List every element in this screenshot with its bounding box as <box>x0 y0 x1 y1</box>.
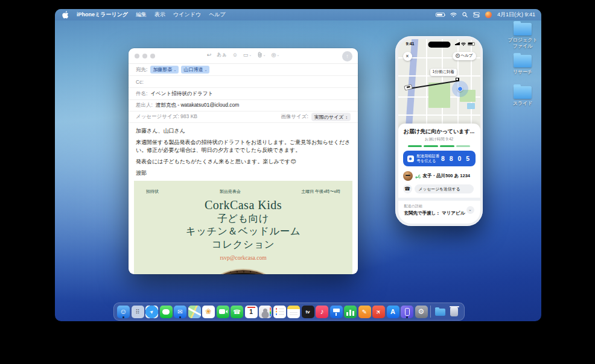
subject-value: イベント招待状のドラフト <box>150 90 213 98</box>
zoom-window-button[interactable] <box>150 54 155 58</box>
dock-launchpad-icon[interactable]: ⠿ <box>132 306 144 318</box>
to-label: 宛先: <box>136 66 147 74</box>
close-button[interactable]: × <box>403 52 412 61</box>
dock-trash-icon[interactable] <box>448 306 460 318</box>
invitation-card-attachment: 招待状 製品発表会 土曜日 午後4時〜6時 CorkCasa Kids 子ども向… <box>134 181 352 274</box>
dock-contacts-icon[interactable] <box>259 306 272 318</box>
iphone-mirroring-window: 9:41 <box>395 36 483 226</box>
dock-mail-icon[interactable]: ✉ <box>174 306 186 318</box>
driver-avatar <box>403 171 413 181</box>
delivery-code-button[interactable]: ✱ 配達用暗証番号を伝える 8 8 0 5 <box>403 151 476 166</box>
help-button[interactable]: ? ヘルプ <box>453 52 476 60</box>
dock-music-icon[interactable]: ♪ <box>316 306 328 318</box>
message-body[interactable]: 加藤さん、山口さん 来週開催する製品発表会の招待状のドラフトをお送りします。ご意… <box>129 123 358 177</box>
dock-messages-icon[interactable] <box>160 306 173 318</box>
user-avatar-icon[interactable] <box>485 11 492 18</box>
body-signature: 渡部 <box>136 169 351 177</box>
close-window-button[interactable] <box>135 54 139 58</box>
send-message-field[interactable]: メッセージを送信する <box>415 184 474 193</box>
dock-photos-icon[interactable]: ❀ <box>202 306 215 318</box>
dock-divider <box>430 306 431 318</box>
invite-title-line: キッチン＆ベッドルーム <box>134 225 352 238</box>
battery-icon <box>468 42 475 46</box>
menu-view[interactable]: 表示 <box>154 11 165 19</box>
minimize-window-button[interactable] <box>142 54 147 58</box>
current-location-dot <box>457 86 463 92</box>
dock-notes-icon[interactable] <box>287 306 300 318</box>
dynamic-island <box>428 42 450 48</box>
driver-row[interactable]: 友子・品川500 あ 1234 <box>403 171 476 181</box>
delivery-bottom-sheet: お届け先に向かっています... お届け時間 9:42 ✱ 配達用暗証番号を伝える… <box>398 124 480 224</box>
contact-insert-button[interactable]: ◎⌄ <box>271 52 279 58</box>
control-center-icon[interactable] <box>473 12 480 17</box>
dock-app-store-icon[interactable]: A <box>387 306 399 318</box>
from-field[interactable]: 差出人: 渡部克也 - watakatsu01@icloud.com <box>129 100 358 111</box>
desktop-folder-slides[interactable]: スライド <box>503 86 541 107</box>
dock-rocket-app-icon[interactable]: ✈ <box>372 306 385 318</box>
dock-reminders-icon[interactable] <box>273 306 286 318</box>
menu-app-name[interactable]: iPhoneミラーリング <box>77 11 128 19</box>
driver-name-plate: 友子・品川500 あ 1234 <box>423 173 471 179</box>
code-shield-icon: ✱ <box>407 155 414 162</box>
delivery-eta-text: お届け時間 9:42 <box>403 137 476 142</box>
image-size-dropdown[interactable]: 実際のサイズ ↕ <box>311 113 351 121</box>
map-street <box>398 115 480 116</box>
dock-finder-icon[interactable]: ☺ <box>117 306 130 318</box>
attach-file-button[interactable]: ⌄ <box>257 52 266 58</box>
menu-window[interactable]: ウインドウ <box>173 11 201 19</box>
desktop-stage: iPhoneミラーリング 編集 表示 ウインドウ ヘルプ 4月1日(火) 9:4… <box>0 0 595 364</box>
spotlight-search-icon[interactable] <box>462 12 468 17</box>
call-driver-button[interactable]: ☎ <box>403 184 412 193</box>
dock-keynote-icon[interactable] <box>330 306 343 318</box>
dock-facetime-icon[interactable] <box>217 306 229 318</box>
send-mail-button[interactable]: ↑ <box>342 51 352 61</box>
subject-label: 件名: <box>136 90 147 98</box>
recipient-chip[interactable]: 山口博道⌄ <box>181 66 209 74</box>
body-paragraph: 発表会には子どもたちがたくさん来ると思います。楽しみです😊 <box>136 158 351 166</box>
cc-field[interactable]: Cc: <box>129 76 358 88</box>
menu-bar: iPhoneミラーリング 編集 表示 ウインドウ ヘルプ 4月1日(火) 9:4… <box>55 9 541 20</box>
format-button[interactable]: あぁ <box>217 51 226 58</box>
invite-title-line: 子ども向け <box>134 212 352 225</box>
dock-tv-icon[interactable]: tv <box>302 306 314 318</box>
desktop-folder-projects[interactable]: プロジェクト ファイル <box>503 23 541 49</box>
size-row: メッセージサイズ: 983 KB 画像サイズ: 実際のサイズ ↕ <box>129 111 358 123</box>
recipient-chip[interactable]: 加藤那奈⌄ <box>150 66 179 74</box>
dock-calendar-icon[interactable]: 1 <box>245 306 258 318</box>
expand-details-button[interactable]: ⌄ <box>466 206 474 214</box>
emoji-button[interactable]: ☺ <box>232 52 238 58</box>
desktop-folder-research[interactable]: リサーチ <box>503 55 541 75</box>
wifi-icon <box>461 42 466 46</box>
dock-pages-icon[interactable]: ✎ <box>358 306 371 318</box>
dock-numbers-icon[interactable] <box>344 306 357 318</box>
battery-icon[interactable] <box>436 13 445 17</box>
destination-marker <box>456 78 459 81</box>
folder-label: リサーチ <box>503 69 541 75</box>
delivery-details-card[interactable]: 配達の詳細 玄関先で手渡し： マリアビル ⌄ <box>403 201 476 216</box>
map-street <box>426 39 427 130</box>
apple-menu-icon[interactable] <box>62 11 69 19</box>
menu-edit[interactable]: 編集 <box>136 11 147 19</box>
menu-clock[interactable]: 4月1日(火) 9:41 <box>497 11 535 19</box>
wifi-icon[interactable] <box>450 12 457 17</box>
dock-maps-icon[interactable] <box>188 306 201 318</box>
dock-settings-icon[interactable]: ⚙ <box>415 306 428 318</box>
delivery-code-value: 8 8 0 5 <box>441 155 471 162</box>
iphone-status-time: 9:41 <box>406 42 415 46</box>
to-field[interactable]: 宛先: 加藤那奈⌄ 山口博道⌄ <box>129 64 358 76</box>
map-park <box>428 83 450 108</box>
dock-safari-icon[interactable]: ➤ <box>145 306 158 318</box>
photo-browser-button[interactable]: ▭⌄ <box>243 52 252 58</box>
undo-button[interactable]: ↩ <box>207 52 212 58</box>
subject-field[interactable]: 件名: イベント招待状のドラフト <box>129 88 358 100</box>
code-button-label: 配達用暗証番号を伝える <box>417 154 441 163</box>
running-indicator <box>179 316 181 318</box>
dock-downloads-folder-icon[interactable] <box>434 306 447 318</box>
dock-iphone-mirroring-icon[interactable] <box>401 306 413 318</box>
dock-phone-icon[interactable]: ☎ <box>231 306 243 318</box>
menu-help[interactable]: ヘルプ <box>209 11 226 19</box>
folder-icon <box>514 55 532 67</box>
running-indicator <box>122 316 124 318</box>
details-value: 玄関先で手渡し： マリアビル <box>404 210 474 216</box>
iphone-screen[interactable]: 9:41 <box>398 39 480 224</box>
